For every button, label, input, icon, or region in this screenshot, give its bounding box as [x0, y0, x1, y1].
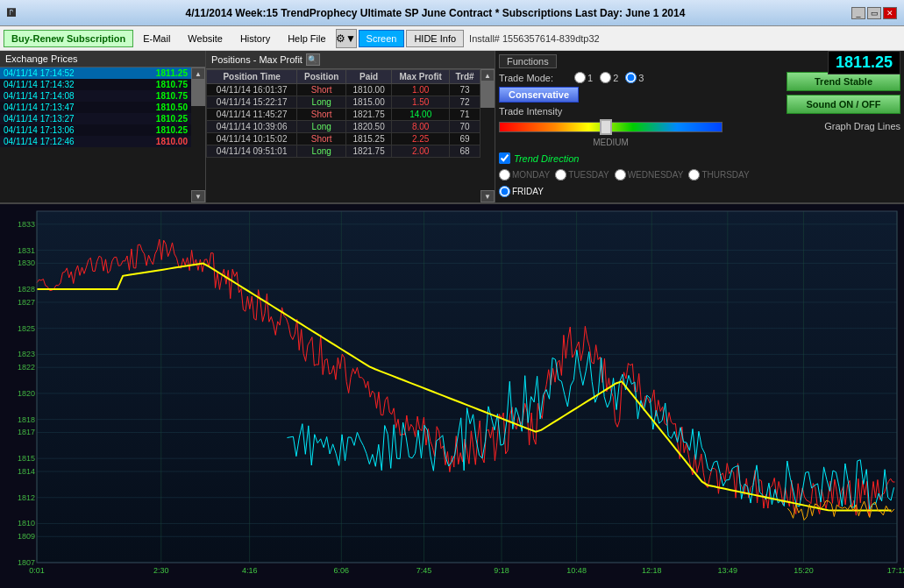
day-wednesday[interactable]: WEDNESDAY [615, 169, 684, 181]
positions-table: Position Time Position Paid Max Profit T… [206, 69, 480, 158]
exchange-scrollbar[interactable]: ▲ ▼ [191, 67, 205, 202]
app-icon: 🅿 [7, 8, 16, 18]
functions-left: Functions Trade Mode: 1 2 3 Conservative… [499, 54, 779, 199]
pos-position-5: Long [297, 145, 346, 158]
positions-scrollbar[interactable]: ▲ ▼ [480, 69, 495, 202]
exchange-row-6[interactable]: 04/11/14 17:12:46 1810.00 [0, 136, 191, 147]
trend-stable-button[interactable]: Trend Stable [787, 72, 900, 91]
pos-profit-1: 1.50 [392, 96, 450, 109]
day-monday[interactable]: MONDAY [499, 169, 550, 181]
help-file-button[interactable]: Help File [280, 30, 333, 47]
trade-mode-2[interactable]: 2 [600, 72, 618, 83]
install-id: Install# 1556357614-839dtp32 [466, 33, 603, 44]
scroll-up-btn[interactable]: ▲ [191, 67, 205, 80]
pos-profit-2: 14.00 [392, 109, 450, 121]
top-panel: Exchange Prices 04/11/14 17:14:52 1811.2… [0, 51, 904, 204]
day-friday[interactable]: FRIDAY [499, 186, 544, 197]
pos-row-1[interactable]: 04/11/14 15:22:17 Long 1815.00 1.50 72 [207, 96, 480, 109]
scroll-track [191, 80, 205, 190]
trend-direction-text: Trend Direction [514, 153, 579, 164]
col-time: Position Time [207, 70, 297, 84]
minimize-button[interactable]: _ [851, 7, 865, 19]
pos-trd-3: 70 [450, 121, 480, 133]
exchange-price-2: 1810.75 [109, 91, 188, 101]
pos-profit-3: 8.00 [392, 121, 450, 133]
scroll-down-btn[interactable]: ▼ [191, 190, 205, 202]
restore-button[interactable]: ▭ [867, 7, 881, 19]
history-button[interactable]: History [232, 30, 278, 47]
window-controls: _ ▭ ✕ [851, 7, 897, 19]
exchange-row-4[interactable]: 04/11/14 17:13:27 1810.25 [0, 113, 191, 124]
pos-profit-0: 1.00 [392, 84, 450, 96]
trade-mode-2-label: 2 [613, 73, 618, 83]
pos-position-0: Short [297, 84, 346, 96]
pos-profit-4: 2.25 [392, 133, 450, 145]
exchange-row-0[interactable]: 04/11/14 17:14:52 1811.25 [0, 67, 191, 79]
sound-toggle-button[interactable]: Sound ON / OFF [787, 95, 900, 114]
trade-intensity-label: Trade Intensity [499, 106, 779, 117]
trade-mode-3[interactable]: 3 [625, 72, 644, 83]
exchange-row-1[interactable]: 04/11/14 17:14:32 1810.75 [0, 79, 191, 90]
exchange-row-5[interactable]: 04/11/14 17:13:06 1810.25 [0, 124, 191, 136]
settings-icon[interactable]: ⚙▼ [336, 29, 357, 48]
hide-info-button[interactable]: HIDE Info [406, 30, 464, 47]
pos-time-4: 04/11/14 10:15:02 [207, 133, 297, 145]
intensity-slider[interactable] [600, 119, 612, 135]
pos-row-5[interactable]: 04/11/14 09:51:01 Long 1821.75 2.00 68 [207, 145, 480, 158]
buy-renew-button[interactable]: Buy-Renew Subscription [4, 30, 133, 47]
exchange-row-3[interactable]: 04/11/14 17:13:47 1810.50 [0, 102, 191, 113]
website-button[interactable]: Website [180, 30, 231, 47]
search-icon[interactable]: 🔍 [306, 53, 320, 66]
chart-area[interactable] [0, 204, 904, 588]
exchange-panel-title: Exchange Prices [5, 53, 78, 64]
pos-position-2: Short [297, 109, 346, 121]
day-tuesday[interactable]: TUESDAY [555, 169, 609, 181]
right-buttons: Trend Stable Sound ON / OFF Graph Drag L… [787, 54, 900, 199]
intensity-bar-container [499, 118, 722, 136]
menu-bar: Buy-Renew Subscription E-Mail Website Hi… [0, 26, 904, 51]
trade-mode-1[interactable]: 1 [574, 72, 593, 83]
pos-profit-5: 2.00 [392, 145, 450, 158]
pos-row-0[interactable]: 04/11/14 16:01:37 Short 1810.00 1.00 73 [207, 84, 480, 96]
exchange-price-1: 1810.75 [109, 80, 188, 89]
conservative-button[interactable]: Conservative [499, 87, 579, 103]
exchange-price-5: 1810.25 [109, 125, 188, 135]
email-button[interactable]: E-Mail [135, 30, 178, 47]
trend-direction-checkbox[interactable] [499, 152, 510, 164]
pos-row-2[interactable]: 04/11/14 11:45:27 Short 1821.75 14.00 71 [207, 109, 480, 121]
exchange-price-4: 1810.25 [109, 114, 188, 124]
chart-canvas[interactable] [0, 204, 904, 587]
scroll-thumb[interactable] [191, 80, 205, 106]
pos-row-4[interactable]: 04/11/14 10:15:02 Short 1815.25 2.25 69 [207, 133, 480, 145]
trade-mode-radio-group: 1 2 3 [574, 72, 644, 83]
pos-scroll-thumb[interactable] [480, 81, 495, 108]
pos-trd-1: 72 [450, 96, 480, 109]
day-selector: MONDAY TUESDAY WEDNESDAY THURSDAY FRIDAY [499, 169, 779, 197]
pos-scroll-down[interactable]: ▼ [480, 190, 495, 202]
positions-panel-header: Positions - Max Profit 🔍 [206, 51, 495, 69]
pos-paid-3: 1820.50 [346, 121, 392, 133]
exchange-time-1: 04/11/14 17:14:32 [4, 80, 109, 89]
pos-paid-1: 1815.00 [346, 96, 392, 109]
exchange-row-2[interactable]: 04/11/14 17:14:08 1810.75 [0, 90, 191, 102]
positions-table-container: Position Time Position Paid Max Profit T… [206, 69, 480, 202]
trend-direction-row: Trend Direction [499, 152, 579, 164]
pos-paid-4: 1815.25 [346, 133, 392, 145]
functions-bottom-left: Trend Direction [499, 151, 579, 164]
exchange-panel-header: Exchange Prices [0, 51, 205, 67]
col-paid: Paid [346, 70, 392, 84]
pos-scroll-track [480, 81, 495, 190]
close-button[interactable]: ✕ [883, 7, 897, 19]
pos-row-3[interactable]: 04/11/14 10:39:06 Long 1820.50 8.00 70 [207, 121, 480, 133]
screen-button[interactable]: Screen [359, 30, 405, 47]
main-content: Exchange Prices 04/11/14 17:14:52 1811.2… [0, 51, 904, 588]
pos-trd-2: 71 [450, 109, 480, 121]
exchange-price-6: 1810.00 [109, 137, 188, 146]
col-trd: Trd# [450, 70, 480, 84]
pos-time-1: 04/11/14 15:22:17 [207, 96, 297, 109]
positions-panel-title: Positions - Max Profit [211, 54, 303, 65]
pos-scroll-up[interactable]: ▲ [480, 69, 495, 81]
exchange-time-4: 04/11/14 17:13:27 [4, 114, 109, 124]
day-thursday[interactable]: THURSDAY [688, 169, 749, 181]
trade-mode-row: Trade Mode: 1 2 3 [499, 72, 779, 83]
